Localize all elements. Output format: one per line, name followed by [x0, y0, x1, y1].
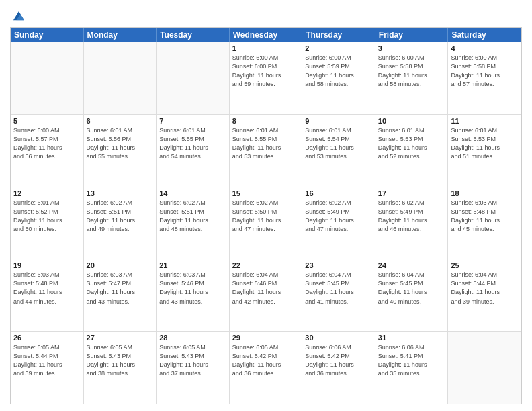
day-cell-12: 12Sunrise: 6:01 AM Sunset: 5:52 PM Dayli… — [11, 187, 84, 259]
day-info: Sunrise: 6:03 AM Sunset: 5:48 PM Dayligh… — [13, 271, 81, 306]
day-info: Sunrise: 6:01 AM Sunset: 5:53 PM Dayligh… — [378, 126, 445, 161]
day-cell-24: 24Sunrise: 6:04 AM Sunset: 5:45 PM Dayli… — [375, 259, 449, 331]
day-number: 1 — [232, 44, 300, 52]
day-number: 19 — [13, 261, 81, 269]
day-number: 7 — [159, 117, 226, 125]
day-number: 31 — [378, 334, 445, 342]
day-cell-14: 14Sunrise: 6:02 AM Sunset: 5:51 PM Dayli… — [157, 187, 230, 259]
day-cell-19: 19Sunrise: 6:03 AM Sunset: 5:48 PM Dayli… — [11, 259, 84, 331]
page: SundayMondayTuesdayWednesdayThursdayFrid… — [0, 0, 532, 411]
header — [10, 7, 522, 23]
day-cell-30: 30Sunrise: 6:06 AM Sunset: 5:42 PM Dayli… — [302, 332, 375, 404]
day-cell-23: 23Sunrise: 6:04 AM Sunset: 5:45 PM Dayli… — [302, 259, 375, 331]
day-cell-28: 28Sunrise: 6:05 AM Sunset: 5:43 PM Dayli… — [157, 332, 230, 404]
day-info: Sunrise: 6:01 AM Sunset: 5:56 PM Dayligh… — [87, 126, 154, 161]
week-row-3: 12Sunrise: 6:01 AM Sunset: 5:52 PM Dayli… — [11, 187, 521, 260]
day-info: Sunrise: 6:05 AM Sunset: 5:43 PM Dayligh… — [159, 343, 226, 378]
day-number: 16 — [305, 189, 372, 197]
day-info: Sunrise: 6:05 AM Sunset: 5:44 PM Dayligh… — [13, 343, 81, 378]
day-info: Sunrise: 6:04 AM Sunset: 5:46 PM Dayligh… — [232, 271, 300, 306]
week-row-2: 5Sunrise: 6:00 AM Sunset: 5:57 PM Daylig… — [11, 115, 521, 187]
day-number: 29 — [232, 334, 300, 342]
day-cell-1: 1Sunrise: 6:00 AM Sunset: 6:00 PM Daylig… — [230, 42, 303, 114]
day-cell-16: 16Sunrise: 6:02 AM Sunset: 5:49 PM Dayli… — [302, 187, 375, 259]
day-cell-27: 27Sunrise: 6:05 AM Sunset: 5:43 PM Dayli… — [84, 332, 157, 404]
day-info: Sunrise: 6:04 AM Sunset: 5:45 PM Dayligh… — [378, 271, 445, 306]
day-info: Sunrise: 6:02 AM Sunset: 5:51 PM Dayligh… — [87, 199, 154, 234]
day-number: 25 — [451, 261, 519, 269]
day-number: 9 — [305, 117, 372, 125]
day-info: Sunrise: 6:06 AM Sunset: 5:41 PM Dayligh… — [378, 343, 445, 378]
day-number: 15 — [232, 189, 300, 197]
day-info: Sunrise: 6:05 AM Sunset: 5:42 PM Dayligh… — [232, 343, 300, 378]
header-day-sunday: Sunday — [11, 28, 84, 42]
empty-cell — [448, 332, 521, 404]
day-info: Sunrise: 6:00 AM Sunset: 6:00 PM Dayligh… — [232, 54, 300, 89]
day-number: 14 — [159, 189, 226, 197]
day-cell-10: 10Sunrise: 6:01 AM Sunset: 5:53 PM Dayli… — [375, 115, 449, 187]
day-info: Sunrise: 6:00 AM Sunset: 5:58 PM Dayligh… — [378, 54, 445, 89]
header-day-monday: Monday — [84, 28, 157, 42]
day-info: Sunrise: 6:00 AM Sunset: 5:57 PM Dayligh… — [13, 126, 81, 161]
day-info: Sunrise: 6:05 AM Sunset: 5:43 PM Dayligh… — [87, 343, 154, 378]
week-row-1: 1Sunrise: 6:00 AM Sunset: 6:00 PM Daylig… — [11, 42, 521, 115]
day-number: 4 — [451, 44, 519, 52]
empty-cell — [157, 42, 230, 114]
day-number: 12 — [13, 189, 81, 197]
day-info: Sunrise: 6:00 AM Sunset: 5:58 PM Dayligh… — [451, 54, 519, 89]
day-number: 13 — [87, 189, 154, 197]
day-info: Sunrise: 6:02 AM Sunset: 5:50 PM Dayligh… — [232, 199, 300, 234]
day-number: 18 — [451, 189, 519, 197]
header-day-thursday: Thursday — [302, 28, 375, 42]
day-cell-9: 9Sunrise: 6:01 AM Sunset: 5:54 PM Daylig… — [302, 115, 375, 187]
day-cell-5: 5Sunrise: 6:00 AM Sunset: 5:57 PM Daylig… — [11, 115, 84, 187]
day-cell-15: 15Sunrise: 6:02 AM Sunset: 5:50 PM Dayli… — [230, 187, 303, 259]
day-cell-18: 18Sunrise: 6:03 AM Sunset: 5:48 PM Dayli… — [448, 187, 521, 259]
day-cell-13: 13Sunrise: 6:02 AM Sunset: 5:51 PM Dayli… — [84, 187, 157, 259]
day-number: 20 — [87, 261, 154, 269]
day-info: Sunrise: 6:02 AM Sunset: 5:49 PM Dayligh… — [305, 199, 372, 234]
day-info: Sunrise: 6:01 AM Sunset: 5:55 PM Dayligh… — [159, 126, 226, 161]
day-cell-2: 2Sunrise: 6:00 AM Sunset: 5:59 PM Daylig… — [302, 42, 375, 114]
day-info: Sunrise: 6:04 AM Sunset: 5:45 PM Dayligh… — [305, 271, 372, 306]
header-day-tuesday: Tuesday — [157, 28, 230, 42]
day-number: 3 — [378, 44, 445, 52]
day-cell-3: 3Sunrise: 6:00 AM Sunset: 5:58 PM Daylig… — [375, 42, 449, 114]
day-info: Sunrise: 6:02 AM Sunset: 5:51 PM Dayligh… — [159, 199, 226, 234]
day-number: 24 — [378, 261, 445, 269]
empty-cell — [84, 42, 157, 114]
header-day-saturday: Saturday — [448, 28, 521, 42]
day-info: Sunrise: 6:01 AM Sunset: 5:53 PM Dayligh… — [451, 126, 519, 161]
day-number: 11 — [451, 117, 519, 125]
day-number: 27 — [87, 334, 154, 342]
day-cell-7: 7Sunrise: 6:01 AM Sunset: 5:55 PM Daylig… — [157, 115, 230, 187]
day-cell-31: 31Sunrise: 6:06 AM Sunset: 5:41 PM Dayli… — [375, 332, 449, 404]
empty-cell — [11, 42, 84, 114]
header-day-wednesday: Wednesday — [230, 28, 303, 42]
day-cell-6: 6Sunrise: 6:01 AM Sunset: 5:56 PM Daylig… — [84, 115, 157, 187]
day-cell-17: 17Sunrise: 6:02 AM Sunset: 5:49 PM Dayli… — [375, 187, 449, 259]
day-info: Sunrise: 6:02 AM Sunset: 5:49 PM Dayligh… — [378, 199, 445, 234]
day-number: 6 — [87, 117, 154, 125]
day-cell-11: 11Sunrise: 6:01 AM Sunset: 5:53 PM Dayli… — [448, 115, 521, 187]
day-cell-29: 29Sunrise: 6:05 AM Sunset: 5:42 PM Dayli… — [230, 332, 303, 404]
calendar-header: SundayMondayTuesdayWednesdayThursdayFrid… — [11, 28, 521, 42]
day-info: Sunrise: 6:06 AM Sunset: 5:42 PM Dayligh… — [305, 343, 372, 378]
day-number: 30 — [305, 334, 372, 342]
day-cell-20: 20Sunrise: 6:03 AM Sunset: 5:47 PM Dayli… — [84, 259, 157, 331]
logo — [10, 9, 26, 23]
day-number: 21 — [159, 261, 226, 269]
day-cell-8: 8Sunrise: 6:01 AM Sunset: 5:55 PM Daylig… — [230, 115, 303, 187]
day-cell-4: 4Sunrise: 6:00 AM Sunset: 5:58 PM Daylig… — [448, 42, 521, 114]
day-info: Sunrise: 6:03 AM Sunset: 5:46 PM Dayligh… — [159, 271, 226, 306]
day-cell-21: 21Sunrise: 6:03 AM Sunset: 5:46 PM Dayli… — [157, 259, 230, 331]
day-number: 26 — [13, 334, 81, 342]
day-cell-22: 22Sunrise: 6:04 AM Sunset: 5:46 PM Dayli… — [230, 259, 303, 331]
day-number: 17 — [378, 189, 445, 197]
day-cell-25: 25Sunrise: 6:04 AM Sunset: 5:44 PM Dayli… — [448, 259, 521, 331]
day-info: Sunrise: 6:01 AM Sunset: 5:55 PM Dayligh… — [232, 126, 300, 161]
day-number: 5 — [13, 117, 81, 125]
calendar: SundayMondayTuesdayWednesdayThursdayFrid… — [10, 27, 522, 404]
week-row-4: 19Sunrise: 6:03 AM Sunset: 5:48 PM Dayli… — [11, 259, 521, 332]
day-info: Sunrise: 6:03 AM Sunset: 5:48 PM Dayligh… — [451, 199, 519, 234]
